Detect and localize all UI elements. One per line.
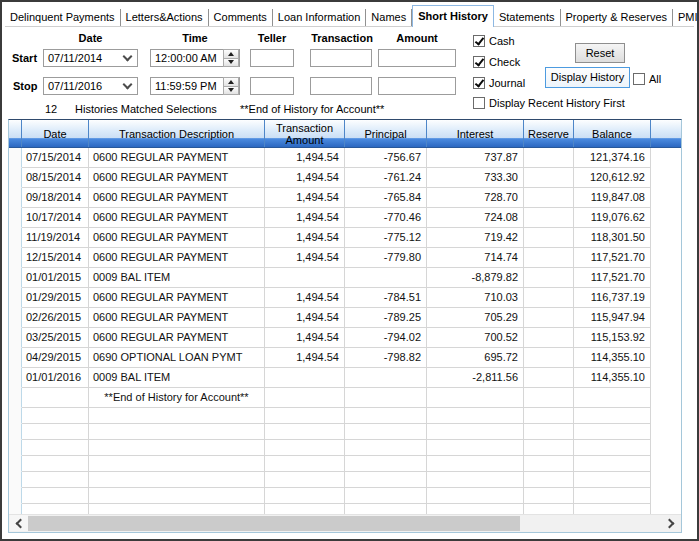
checkbox-icon: [473, 35, 485, 47]
row-selector[interactable]: [9, 424, 22, 440]
empty-row[interactable]: [9, 472, 681, 488]
history-row[interactable]: 01/01/20150009 BAL ITEM-8,879.82117,521.…: [9, 268, 681, 288]
grid-cell: 1,494.54: [265, 148, 345, 168]
history-row[interactable]: 10/17/20140600 REGULAR PAYMENT1,494.54-7…: [9, 208, 681, 228]
row-selector[interactable]: [9, 456, 22, 472]
history-row[interactable]: 01/01/20160009 BAL ITEM-2,811.56114,355.…: [9, 368, 681, 388]
horizontal-scrollbar[interactable]: [9, 514, 681, 532]
column-header-transaction-amount[interactable]: Transaction Amount: [265, 120, 345, 147]
matched-text: Histories Matched Selections: [75, 103, 217, 115]
reset-button[interactable]: Reset: [575, 43, 625, 63]
cash-checkbox[interactable]: Cash: [473, 35, 515, 47]
scroll-right-button[interactable]: [661, 515, 679, 531]
grid-cell: 115,947.94: [574, 308, 651, 328]
tab-comments[interactable]: Comments: [209, 9, 273, 26]
column-header-principal[interactable]: Principal: [345, 120, 427, 147]
grid-cell: [22, 408, 89, 424]
grid-cell: 07/15/2014: [22, 148, 89, 168]
journal-checkbox[interactable]: Journal: [473, 77, 525, 89]
row-selector[interactable]: [9, 268, 22, 288]
row-selector[interactable]: [9, 368, 22, 388]
tab-statements[interactable]: Statements: [494, 9, 561, 26]
empty-row[interactable]: [9, 408, 681, 424]
tab-pmi[interactable]: PMI: [673, 9, 699, 26]
checkmark-icon: [474, 35, 483, 45]
grid-cell-filler: [651, 348, 681, 368]
column-header-date[interactable]: Date: [22, 120, 89, 147]
end-of-history-row[interactable]: **End of History for Account**: [9, 388, 681, 408]
row-selector[interactable]: [9, 188, 22, 208]
column-header-transaction-description[interactable]: Transaction Description: [89, 120, 265, 147]
grid-cell: [524, 440, 574, 456]
row-selector[interactable]: [9, 228, 22, 248]
history-row[interactable]: 11/19/20140600 REGULAR PAYMENT1,494.54-7…: [9, 228, 681, 248]
row-selector[interactable]: [9, 440, 22, 456]
scrollbar-thumb[interactable]: [28, 516, 520, 531]
column-header-balance[interactable]: Balance: [574, 120, 651, 147]
grid-cell: 0600 REGULAR PAYMENT: [89, 208, 265, 228]
stop-teller-input[interactable]: [250, 77, 294, 95]
history-row[interactable]: 03/25/20150600 REGULAR PAYMENT1,494.54-7…: [9, 328, 681, 348]
grid-cell: 118,301.50: [574, 228, 651, 248]
row-selector[interactable]: [9, 168, 22, 188]
start-teller-input[interactable]: [250, 49, 294, 67]
chevron-down-icon[interactable]: [123, 80, 133, 90]
grid-cell: [22, 424, 89, 440]
grid-cell-filler: [651, 472, 681, 488]
stop-date-value: 07/11/2016: [48, 80, 120, 92]
stop-amount-input[interactable]: [378, 77, 456, 95]
row-selector[interactable]: [9, 288, 22, 308]
row-selector[interactable]: [9, 328, 22, 348]
history-row[interactable]: 09/18/20140600 REGULAR PAYMENT1,494.54-7…: [9, 188, 681, 208]
history-row[interactable]: 02/26/20150600 REGULAR PAYMENT1,494.54-7…: [9, 308, 681, 328]
row-selector[interactable]: [9, 148, 22, 168]
start-amount-input[interactable]: [378, 49, 456, 67]
grid-cell: [524, 308, 574, 328]
empty-row[interactable]: [9, 440, 681, 456]
row-selector[interactable]: [9, 248, 22, 268]
grid-cell: 02/26/2015: [22, 308, 89, 328]
display-recent-history-first-checkbox[interactable]: Display Recent History First: [473, 97, 625, 109]
tab-letters-actions[interactable]: Letters&Actions: [121, 9, 209, 26]
empty-row[interactable]: [9, 488, 681, 504]
spin-down-button[interactable]: [223, 86, 239, 96]
column-header-reserve[interactable]: Reserve: [524, 120, 574, 147]
tab-names[interactable]: Names: [366, 9, 412, 26]
row-selector[interactable]: [9, 488, 22, 504]
check-checkbox[interactable]: Check: [473, 56, 520, 68]
history-row[interactable]: 08/15/20140600 REGULAR PAYMENT1,494.54-7…: [9, 168, 681, 188]
grid-cell: [524, 268, 574, 288]
display-history-button[interactable]: Display History: [545, 67, 630, 88]
row-selector[interactable]: [9, 408, 22, 424]
empty-row[interactable]: [9, 456, 681, 472]
start-date-picker[interactable]: 07/11/2014: [43, 49, 138, 67]
row-selector[interactable]: [9, 308, 22, 328]
row-selector[interactable]: [9, 348, 22, 368]
spin-down-button[interactable]: [223, 58, 239, 68]
start-transaction-input[interactable]: [310, 49, 372, 67]
history-row[interactable]: 07/15/20140600 REGULAR PAYMENT1,494.54-7…: [9, 148, 681, 168]
tab-short-history[interactable]: Short History: [412, 5, 494, 27]
empty-row[interactable]: [9, 424, 681, 440]
grid-cell: [574, 424, 651, 440]
checkbox-icon: [473, 56, 485, 68]
stop-transaction-input[interactable]: [310, 77, 372, 95]
tab-property-reserves[interactable]: Property & Reserves: [561, 9, 673, 26]
history-row[interactable]: 12/15/20140600 REGULAR PAYMENT1,494.54-7…: [9, 248, 681, 268]
start-time-spinner[interactable]: 12:00:00 AM: [150, 49, 240, 67]
tab-loan-information[interactable]: Loan Information: [273, 9, 367, 26]
tab-delinquent-payments[interactable]: Delinquent Payments: [5, 9, 121, 26]
grid-cell: [574, 472, 651, 488]
column-header-interest[interactable]: Interest: [427, 120, 524, 147]
stop-time-spinner[interactable]: 11:59:59 PM: [150, 77, 240, 95]
row-selector[interactable]: [9, 208, 22, 228]
scroll-left-button[interactable]: [10, 515, 28, 531]
stop-date-picker[interactable]: 07/11/2016: [43, 77, 138, 95]
chevron-down-icon[interactable]: [123, 52, 133, 62]
grid-cell: [89, 456, 265, 472]
history-row[interactable]: 04/29/20150690 OPTIONAL LOAN PYMT1,494.5…: [9, 348, 681, 368]
row-selector[interactable]: [9, 388, 22, 408]
row-selector[interactable]: [9, 472, 22, 488]
history-row[interactable]: 01/29/20150600 REGULAR PAYMENT1,494.54-7…: [9, 288, 681, 308]
all-checkbox[interactable]: All: [633, 73, 661, 85]
